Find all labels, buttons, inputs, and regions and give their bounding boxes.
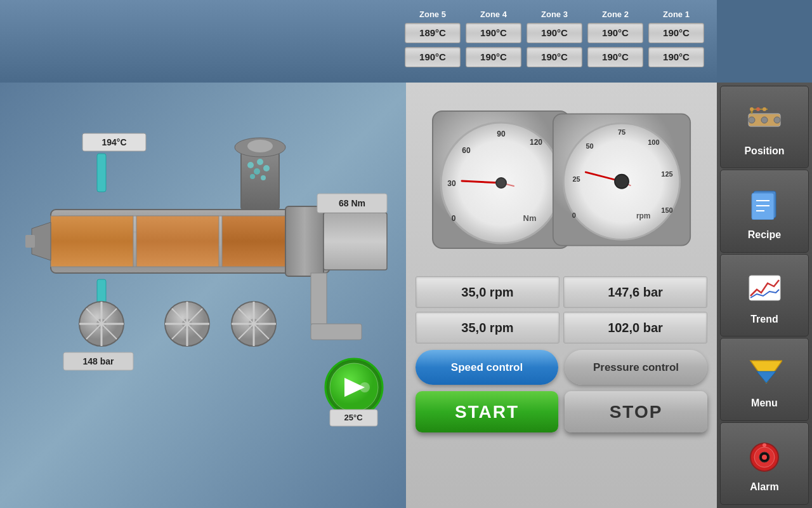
svg-rect-8 [222, 216, 285, 267]
svg-point-21 [250, 174, 255, 179]
zone-label-1: Zone 4 [480, 10, 507, 19]
speed-actual-display: 35,0 rpm [416, 312, 560, 344]
sidebar-position-button[interactable]: Position [720, 86, 809, 168]
alarm-icon [742, 434, 787, 478]
svg-text:60: 60 [462, 146, 471, 155]
svg-point-17 [247, 162, 254, 168]
svg-text:100: 100 [648, 138, 659, 146]
zone-col-1: Zone 4190°C190°C [466, 10, 521, 67]
svg-rect-12 [324, 213, 387, 270]
zone-col-4: Zone 1190°C190°C [648, 10, 704, 67]
nm-gauge: 0 30 60 90 120 Nm [431, 110, 571, 252]
svg-point-85 [756, 107, 760, 111]
zone-setpoint-1: 190°C [466, 23, 521, 43]
svg-point-99 [763, 443, 766, 447]
svg-point-18 [257, 159, 263, 165]
svg-rect-45 [311, 273, 327, 324]
position-label: Position [744, 145, 784, 157]
zone-setpoint-2: 190°C [527, 23, 582, 43]
trend-icon [742, 266, 787, 311]
svg-point-81 [774, 117, 780, 123]
speed-control-button[interactable]: Speed control [416, 350, 558, 385]
svg-point-98 [762, 455, 767, 460]
svg-text:148 bar: 148 bar [82, 356, 114, 366]
svg-text:30: 30 [447, 179, 456, 188]
stop-button[interactable]: STOP [565, 391, 707, 432]
gauges-container: 0 30 60 90 120 Nm [416, 92, 707, 270]
svg-text:68 Nm: 68 Nm [339, 198, 365, 208]
pressure-control-button[interactable]: Pressure control [565, 350, 707, 385]
svg-point-22 [261, 175, 266, 180]
recipe-label: Recipe [748, 229, 781, 241]
svg-point-79 [749, 117, 755, 123]
svg-text:0: 0 [452, 214, 456, 223]
zone-actual-1: 190°C [466, 47, 521, 67]
trend-label: Trend [750, 314, 778, 325]
svg-text:75: 75 [618, 128, 625, 136]
zone-col-0: Zone 5189°C190°C [405, 10, 461, 67]
sidebar-alarm-button[interactable]: Alarm [720, 422, 809, 505]
zone-col-3: Zone 2190°C190°C [587, 10, 643, 67]
pressure-1-display: 147,6 bar [563, 276, 707, 308]
svg-text:194°C: 194°C [102, 137, 126, 147]
svg-point-19 [254, 168, 260, 175]
svg-text:150: 150 [661, 206, 672, 214]
svg-text:rpm: rpm [636, 211, 651, 220]
zone-actual-4: 190°C [648, 47, 704, 67]
svg-point-20 [263, 165, 270, 171]
zone-label-0: Zone 5 [419, 10, 446, 19]
zone-setpoint-4: 190°C [648, 23, 704, 43]
svg-text:0: 0 [572, 211, 576, 219]
zone-actual-3: 190°C [587, 47, 643, 67]
zone-setpoint-3: 190°C [587, 23, 643, 43]
recipe-icon [742, 182, 787, 226]
svg-text:25°C: 25°C [344, 413, 363, 422]
svg-rect-11 [285, 206, 324, 276]
start-button[interactable]: START [416, 391, 558, 432]
svg-text:125: 125 [661, 170, 672, 178]
svg-rect-46 [311, 324, 362, 340]
svg-point-63 [496, 178, 506, 188]
alarm-label: Alarm [750, 481, 778, 493]
control-buttons: Speed control Pressure control [416, 350, 707, 385]
zone-actual-0: 190°C [405, 47, 461, 67]
svg-marker-94 [757, 371, 776, 383]
svg-text:120: 120 [530, 138, 542, 147]
zone-actual-2: 190°C [527, 47, 582, 67]
svg-point-84 [750, 107, 754, 111]
sidebar: Position Recipe [717, 83, 812, 508]
menu-label: Menu [751, 398, 778, 409]
svg-rect-6 [51, 216, 133, 267]
sidebar-trend-button[interactable]: Trend [720, 254, 809, 337]
sidebar-recipe-button[interactable]: Recipe [720, 170, 809, 252]
svg-rect-2 [97, 154, 106, 192]
svg-text:50: 50 [586, 142, 593, 150]
zone-col-2: Zone 3190°C190°C [527, 10, 582, 67]
menu-icon [742, 350, 787, 394]
zone-setpoint-0: 189°C [405, 23, 461, 43]
svg-point-86 [763, 107, 766, 111]
position-icon [742, 98, 787, 142]
svg-point-24 [247, 140, 273, 152]
svg-text:Nm: Nm [523, 213, 537, 223]
sidebar-menu-button[interactable]: Menu [720, 338, 809, 420]
pressure-2-display: 102,0 bar [563, 312, 707, 344]
speed-setpoint-display: 35,0 rpm [416, 276, 560, 308]
rpm-gauge: 0 25 50 75 100 125 150 rpm [552, 110, 691, 252]
right-panel: 0 30 60 90 120 Nm [406, 83, 717, 508]
svg-point-50 [360, 382, 370, 392]
top-bar: Zone 5189°C190°CZone 4190°C190°CZone 319… [0, 0, 717, 83]
zone-label-4: Zone 1 [663, 10, 690, 19]
zone-label-3: Zone 2 [602, 10, 629, 19]
data-grid: 35,0 rpm 147,6 bar 35,0 rpm 102,0 bar [416, 276, 707, 344]
action-buttons: START STOP [416, 391, 707, 432]
machine-diagram: 194°C [0, 83, 406, 508]
svg-text:25: 25 [572, 175, 580, 183]
svg-point-76 [615, 175, 629, 189]
svg-text:90: 90 [497, 130, 506, 138]
svg-rect-7 [136, 216, 219, 267]
svg-rect-10 [25, 235, 35, 248]
zone-label-2: Zone 3 [541, 10, 568, 19]
svg-point-80 [761, 117, 768, 123]
